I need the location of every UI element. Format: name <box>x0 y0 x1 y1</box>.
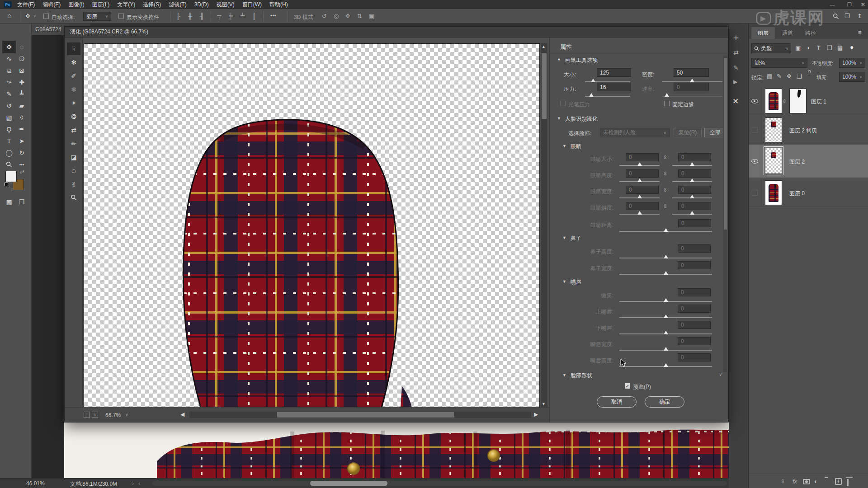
menu-file[interactable]: 文件(F) <box>17 1 35 9</box>
align-middle-icon[interactable]: ╪ <box>229 13 233 19</box>
gradient-tool[interactable]: ▧ <box>3 112 15 123</box>
layer0-thumbnail[interactable] <box>765 180 782 205</box>
layer0-name[interactable]: 图层 0 <box>789 190 805 197</box>
preview-checkbox[interactable]: ✓ <box>625 383 630 389</box>
tab-channels[interactable]: 通道 <box>776 27 799 39</box>
search-icon[interactable] <box>833 13 839 19</box>
lock-pixels-icon[interactable]: ✎ <box>777 73 782 80</box>
liquify-zoom-tool[interactable] <box>71 194 77 201</box>
document-hscroll-track[interactable] <box>152 481 727 486</box>
menu-help[interactable]: 帮助(H) <box>269 1 288 9</box>
layer2copy-thumbnail[interactable] <box>765 117 782 142</box>
layer-row-3[interactable]: 图层 2 <box>749 145 868 178</box>
eyes-collapse-icon[interactable]: ▼ <box>562 144 566 148</box>
brush-density-slider[interactable] <box>662 81 722 82</box>
3d-camera-icon[interactable]: ▣ <box>369 13 374 19</box>
eye-height-left-slider[interactable] <box>619 181 660 182</box>
hscroll-left-icon[interactable]: ◀ <box>180 411 184 418</box>
fill-value[interactable]: 100%∨ <box>839 72 865 82</box>
dodge-tool[interactable]: Ϙ <box>3 123 15 135</box>
layer2copy-name[interactable]: 图层 2 拷贝 <box>789 127 817 135</box>
thaw-mask-tool[interactable]: ◪ <box>68 151 80 163</box>
dock-brush-settings-icon[interactable]: ✎ <box>733 64 739 71</box>
align-left-icon[interactable]: ╟ <box>176 13 180 19</box>
share-icon[interactable]: ↥ <box>857 13 862 19</box>
move-tool[interactable]: ✥ <box>3 41 15 53</box>
eye-distance-slider[interactable] <box>619 231 712 232</box>
mouth-collapse-icon[interactable]: ▼ <box>562 279 566 284</box>
layer1-name[interactable]: 图层 1 <box>811 98 826 106</box>
mouth-height-slider[interactable] <box>619 366 712 367</box>
add-mask-icon[interactable] <box>803 479 810 484</box>
eyes-title[interactable]: 眼睛 <box>571 143 581 150</box>
scroll-up-icon[interactable]: ▲ <box>542 44 546 49</box>
eye-width-right-slider[interactable] <box>672 197 712 198</box>
eye-size-left-slider[interactable] <box>619 165 660 166</box>
lock-position-icon[interactable]: ✥ <box>787 73 792 80</box>
scroll-down-icon[interactable]: ▼ <box>542 402 546 406</box>
properties-scrollbar[interactable] <box>723 56 727 372</box>
document-size-info[interactable]: 文档:86.1M/230.0M <box>70 480 117 488</box>
quick-select-tool[interactable]: ❍ <box>16 53 28 65</box>
tab-paths[interactable]: 路径 <box>800 27 821 39</box>
3d-pan-icon[interactable]: ✥ <box>345 13 350 19</box>
clone-stamp-tool[interactable]: ┻ <box>16 88 28 100</box>
preview-vscroll-thumb[interactable] <box>542 53 547 119</box>
align-bottom-icon[interactable]: ╧ <box>241 13 245 19</box>
eye-tilt-right-slider[interactable] <box>672 214 712 215</box>
menu-3d[interactable]: 3D(D) <box>194 1 209 8</box>
zoom-in-button[interactable]: + <box>92 412 98 418</box>
brush-density-field[interactable]: 50 <box>674 68 709 77</box>
status-chevron-icon[interactable]: ›‹ <box>132 480 145 487</box>
preview-zoom-level[interactable]: 66.7% <box>105 412 121 418</box>
blur-tool[interactable]: ◊ <box>16 112 28 123</box>
lower-lip-slider[interactable] <box>619 333 712 334</box>
face-shape-collapse-icon[interactable]: ▼ <box>562 373 566 377</box>
new-layer-icon[interactable]: + <box>835 478 842 485</box>
workspace-icon[interactable]: ❐ <box>844 13 850 19</box>
eye-size-right-slider[interactable] <box>672 165 712 166</box>
type-tool[interactable]: T <box>3 135 15 147</box>
smile-slider[interactable] <box>619 301 712 302</box>
mouth-width-slider[interactable] <box>619 350 712 351</box>
move-tool-icon[interactable]: ✥ <box>25 13 30 19</box>
nose-width-slider[interactable] <box>619 274 712 275</box>
align-right-icon[interactable]: ╢ <box>200 13 204 19</box>
preview-hscroll-track[interactable] <box>189 412 531 418</box>
panel-scroll-more-icon[interactable]: ∨ <box>719 372 722 377</box>
filter-toggle-icon[interactable]: ● <box>850 43 854 51</box>
auto-select-checkbox[interactable] <box>43 14 49 19</box>
face-tool[interactable]: ☺ <box>68 165 80 177</box>
face-shape-title[interactable]: 脸部形状 <box>571 372 592 380</box>
layer2-thumbnail[interactable] <box>765 148 782 174</box>
zoom-out-button[interactable]: − <box>84 412 90 418</box>
menu-select[interactable]: 选择(S) <box>143 1 161 9</box>
menu-view[interactable]: 视图(V) <box>217 1 235 9</box>
face-reset-button[interactable]: 复位(R) <box>674 128 702 137</box>
eye-tilt-left-slider[interactable] <box>619 214 660 215</box>
ok-button[interactable]: 确定 <box>645 396 684 408</box>
eye-height-link-icon[interactable]: ∞ <box>662 172 669 176</box>
menu-window[interactable]: 窗口(W) <box>242 1 262 9</box>
brush-pressure-slider[interactable] <box>585 96 630 97</box>
distribute-icon[interactable]: ║ <box>252 13 256 19</box>
blend-mode-dropdown[interactable]: 滤色∨ <box>751 58 807 68</box>
pen-tool[interactable]: ✒ <box>16 123 28 135</box>
home-icon[interactable]: ⌂ <box>7 12 12 20</box>
face-section-collapse-icon[interactable]: ▼ <box>557 116 561 121</box>
layer1-thumbnail[interactable] <box>765 89 782 113</box>
menu-layer[interactable]: 图层(L) <box>92 1 110 9</box>
3d-roll-icon[interactable]: ◎ <box>334 13 339 19</box>
forward-warp-tool[interactable]: ☟ <box>68 43 80 55</box>
push-left-tool[interactable]: ⇄ <box>68 124 80 136</box>
freeze-mask-tool[interactable]: ✏ <box>68 138 80 150</box>
lock-artboard-icon[interactable]: ❑ <box>797 73 802 80</box>
dock-properties-icon[interactable]: ✛ <box>733 34 739 42</box>
filter-pixel-icon[interactable]: ▣ <box>795 44 801 51</box>
properties-scrollbar-thumb[interactable] <box>724 58 727 230</box>
brush-tool[interactable]: ✎ <box>3 88 15 100</box>
dock-actions-icon[interactable]: ▶ <box>733 79 737 85</box>
default-colors-icon[interactable] <box>5 183 8 186</box>
zoom-dropdown-icon[interactable]: ∨ <box>125 413 128 417</box>
filter-adjustment-icon[interactable]: ◑ <box>806 44 810 51</box>
